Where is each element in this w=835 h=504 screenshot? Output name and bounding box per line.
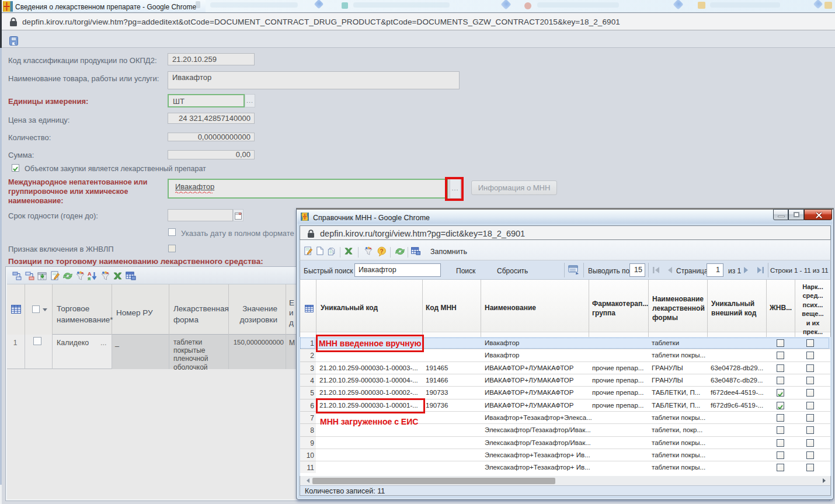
- svg-text:?: ?: [380, 248, 384, 255]
- svg-text:я: я: [88, 276, 91, 281]
